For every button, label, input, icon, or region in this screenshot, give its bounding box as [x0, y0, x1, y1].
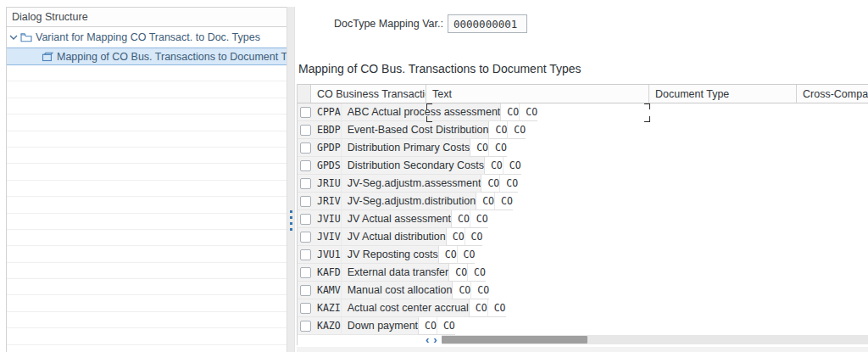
- document-type-cell[interactable]: CO: [501, 103, 520, 121]
- column-header-document-type[interactable]: Document Type: [649, 85, 797, 103]
- tree-empty-row: [7, 81, 287, 98]
- tree-empty-row: [7, 246, 287, 262]
- tree-empty-row: [7, 164, 287, 180]
- table-row: JRIU JV-Seg.adjustm.assessment CO CO: [298, 175, 868, 193]
- cross-company-cell[interactable]: CO: [468, 264, 486, 282]
- row-checkbox[interactable]: [300, 321, 311, 332]
- row-select-cell: [298, 282, 311, 299]
- splitter-grip-icon[interactable]: [290, 210, 292, 231]
- document-type-cell[interactable]: CO: [452, 210, 470, 228]
- co-business-transaction-cell: JRIV: [311, 193, 342, 210]
- text-cell: Event-Based Cost Distribution: [342, 121, 490, 139]
- document-type-cell[interactable]: CO: [470, 139, 489, 157]
- document-type-cell[interactable]: CO: [470, 299, 488, 317]
- cross-company-cell[interactable]: CO: [508, 121, 526, 139]
- document-type-cell[interactable]: CO: [447, 228, 465, 246]
- tree-empty-rows: [7, 65, 287, 352]
- row-select-cell: [298, 103, 311, 121]
- cross-company-cell[interactable]: CO: [488, 299, 506, 317]
- cross-company-cell[interactable]: CO: [470, 210, 488, 228]
- table-row: JVIV JV Actual distribution CO CO: [298, 228, 868, 246]
- row-checkbox[interactable]: [300, 160, 311, 171]
- row-checkbox[interactable]: [300, 267, 311, 278]
- tree-item-mapping-co-bus-selected[interactable]: Mapping of CO Bus. Transactions to Docum…: [7, 47, 287, 65]
- cross-company-cell[interactable]: CO: [504, 157, 521, 175]
- cross-company-cell[interactable]: CO: [489, 139, 507, 157]
- document-type-cell[interactable]: CO: [439, 246, 458, 264]
- scrollbar-track[interactable]: [442, 335, 868, 344]
- table-row: JVIU JV Actual assessment CO CO: [298, 210, 868, 228]
- row-select-cell: [298, 299, 311, 317]
- text-cell: JV Actual assessment: [342, 210, 452, 228]
- cross-company-cell[interactable]: CO: [500, 175, 518, 193]
- row-checkbox[interactable]: [300, 107, 311, 118]
- select-all-header-cell[interactable]: [298, 85, 311, 103]
- document-type-cell[interactable]: CO: [453, 282, 471, 299]
- co-business-transaction-cell: JVU1: [311, 246, 342, 264]
- cross-company-cell[interactable]: CO: [465, 228, 483, 246]
- tree-empty-row: [7, 312, 287, 328]
- tree-item-variant-mapping[interactable]: Variant for Mapping CO Transact. to Doc.…: [7, 27, 287, 47]
- co-business-transaction-cell: GPDS: [311, 157, 342, 175]
- column-header-cross-company[interactable]: Cross-Company: [797, 85, 868, 103]
- doctype-mapping-var-input[interactable]: [448, 14, 527, 33]
- table-header-row: CO Business Transaction Text Document Ty…: [298, 84, 868, 103]
- document-type-cell[interactable]: CO: [481, 175, 500, 193]
- text-cell: External data transfer: [342, 264, 450, 282]
- text-cell: JV-Seg.adjustm.assessment: [342, 175, 482, 193]
- row-checkbox[interactable]: [300, 249, 311, 260]
- table-row: GPDS Distribution Secondary Costs CO CO: [298, 157, 868, 175]
- cross-company-cell[interactable]: CO: [520, 103, 537, 121]
- document-type-cell[interactable]: CO: [489, 121, 508, 139]
- tree-empty-row: [7, 328, 287, 344]
- tree-item-label: Mapping of CO Bus. Transactions to Docum…: [57, 51, 287, 63]
- table-row: KAMV Manual cost allocation CO CO: [298, 282, 868, 299]
- row-select-cell: [298, 139, 311, 157]
- column-header-co-business-transaction[interactable]: CO Business Transaction: [311, 85, 426, 103]
- text-cell: ABC Actual process assessment: [342, 103, 502, 121]
- row-select-cell: [298, 157, 311, 175]
- scroll-left-icon[interactable]: ‹: [426, 333, 429, 346]
- document-type-cell[interactable]: CO: [485, 157, 504, 175]
- row-select-cell: [298, 264, 311, 282]
- co-business-transaction-cell: CPPA: [311, 103, 342, 121]
- text-cell: Distribution Primary Costs: [342, 139, 470, 157]
- cross-company-cell[interactable]: CO: [437, 317, 455, 335]
- panel-splitter[interactable]: [287, 7, 295, 352]
- scroll-right-icon[interactable]: ›: [433, 333, 437, 346]
- chevron-down-icon[interactable]: [8, 35, 19, 41]
- table-row: KAFD External data transfer CO CO: [298, 264, 868, 282]
- row-checkbox[interactable]: [300, 125, 311, 136]
- co-business-transaction-cell: KAFD: [311, 264, 342, 282]
- tree-empty-row: [7, 115, 287, 131]
- text-cell: JV Reposting costs: [342, 246, 439, 264]
- cross-company-cell[interactable]: CO: [495, 193, 513, 210]
- row-checkbox[interactable]: [300, 142, 311, 154]
- column-header-text[interactable]: Text: [426, 85, 649, 103]
- cross-company-cell[interactable]: CO: [471, 282, 489, 299]
- table-body: CPPA ABC Actual process assessment CO CO…: [298, 103, 868, 335]
- tree-empty-row: [7, 181, 287, 197]
- co-business-transaction-cell: GPDP: [311, 139, 342, 157]
- row-checkbox[interactable]: [300, 196, 311, 207]
- scrollbar-thumb[interactable]: [442, 336, 587, 344]
- row-checkbox[interactable]: [300, 285, 311, 296]
- document-type-cell[interactable]: CO: [476, 193, 495, 210]
- row-select-cell: [298, 210, 311, 228]
- co-business-transaction-cell: KAZO: [311, 317, 342, 335]
- cross-company-cell[interactable]: CO: [458, 246, 476, 264]
- document-type-cell[interactable]: CO: [449, 264, 468, 282]
- row-select-cell: [298, 121, 311, 139]
- folder-icon: [20, 32, 32, 42]
- table-row: JRIV JV-Seg.adjustm.distribution CO CO: [298, 193, 868, 210]
- row-checkbox[interactable]: [300, 232, 311, 243]
- row-checkbox[interactable]: [300, 303, 311, 314]
- tree-empty-row: [7, 230, 287, 246]
- dialog-structure-tree: Variant for Mapping CO Transact. to Doc.…: [7, 27, 287, 352]
- table-section-title: Mapping of CO Bus. Transactions to Docum…: [298, 62, 581, 75]
- tree-empty-row: [7, 131, 287, 148]
- co-business-transaction-cell: EBDP: [311, 121, 342, 139]
- row-checkbox[interactable]: [300, 214, 311, 225]
- below-table-strip: [297, 347, 868, 352]
- row-checkbox[interactable]: [300, 178, 311, 189]
